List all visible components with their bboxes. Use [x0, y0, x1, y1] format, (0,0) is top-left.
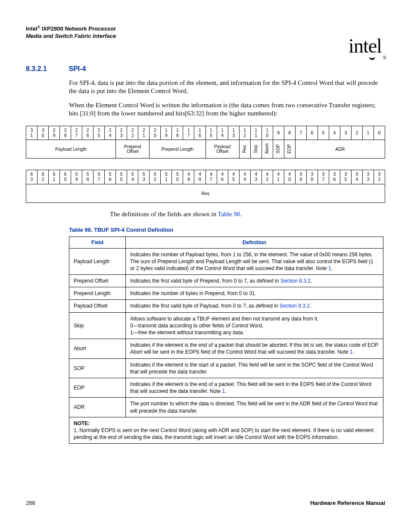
bit-number: 10 [262, 126, 273, 140]
bit-number: 59 [71, 170, 82, 184]
bit-number: 46 [217, 170, 228, 184]
field-name: Payload Offset [69, 300, 126, 312]
bitfield-res: Res [26, 184, 385, 202]
bit-number: 49 [183, 170, 194, 184]
bit-number: 32 [374, 170, 385, 184]
bit-number: 1 [362, 126, 374, 140]
table-row: ADRThe port number to which the data is … [69, 398, 383, 417]
bit-number: 3 [340, 126, 351, 140]
bit-number: 55 [116, 170, 127, 184]
bitfield-skip: Skip [250, 140, 262, 159]
bit-number: 15 [206, 126, 217, 140]
table-row: Prepend OffsetIndicates the first valid … [69, 275, 383, 287]
bit-number: 43 [250, 170, 262, 184]
bit-number: 25 [93, 126, 105, 140]
bit-number: 20 [149, 126, 161, 140]
bit-number: 62 [37, 170, 49, 184]
bitfield-payload-offset: PayloadOffset [206, 140, 239, 159]
bit-number: 33 [362, 170, 374, 184]
bit-number: 53 [138, 170, 149, 184]
bit-number: 44 [239, 170, 250, 184]
bit-number: 57 [93, 170, 105, 184]
doc-title: Hardware Reference Manual [310, 500, 385, 506]
field-name: Payload Length [69, 248, 126, 275]
field-name: Prepend Offset [69, 275, 126, 287]
cross-ref-link[interactable]: Section 8.3.2 [280, 278, 311, 284]
table-row: SOPIndicates if the element is the start… [69, 358, 383, 378]
bit-number: 0 [374, 126, 385, 140]
bitfield-res: Res [239, 140, 250, 159]
table-reference: The definitions of the fields are shown … [110, 211, 385, 218]
header-product: Intel® IXP2800 Network Processor [26, 25, 385, 32]
cross-ref-link[interactable]: 1 [328, 265, 331, 271]
bitfield-abort: Abort [262, 140, 273, 159]
table-caption: Table 98. TBUF SPI-4 Control Definition [69, 227, 385, 233]
bit-number: 48 [194, 170, 206, 184]
field-definition: Indicates the first valid byte of Prepen… [126, 275, 383, 287]
bit-number: 22 [127, 126, 138, 140]
header-subtitle: Media and Switch Fabric Interface [26, 33, 385, 39]
bit-number: 51 [161, 170, 172, 184]
bit-number: 21 [138, 126, 149, 140]
table-row: Payload LengthIndicates the number of Pa… [69, 248, 383, 275]
bit-number: 18 [172, 126, 183, 140]
bit-number: 30 [37, 126, 49, 140]
field-name: SOP [69, 358, 126, 378]
field-definition: Indicates the first valid byte of Payloa… [126, 300, 383, 312]
definition-table: Field Definition Payload LengthIndicates… [69, 236, 383, 444]
bit-number: 19 [161, 126, 172, 140]
section-number: 8.3.2.1 [26, 65, 67, 73]
bit-number: 7 [295, 126, 306, 140]
cross-ref-link[interactable]: Section 8.3.2 [280, 303, 310, 309]
bitfield-table-2: 6362616059585756555453525150494847464544… [26, 170, 385, 202]
bit-number: 45 [228, 170, 239, 184]
bitfield-adr: ADR [295, 140, 385, 159]
bit-number: 52 [149, 170, 161, 184]
bit-number: 8 [284, 126, 295, 140]
bitfield-table-1: 3130292827262524232221201918171615141312… [26, 126, 385, 159]
bitfield-sop: SOP [273, 140, 284, 159]
field-definition: The port number to which the data is dir… [126, 398, 383, 417]
bit-number: 41 [273, 170, 284, 184]
bit-number: 34 [351, 170, 362, 184]
col-header-field: Field [69, 236, 126, 248]
cross-ref-link[interactable]: 1 [350, 349, 353, 355]
bit-number: 24 [105, 126, 116, 140]
table-row: EOPIndicates if the element is the end o… [69, 378, 383, 397]
table-98-link[interactable]: Table 98 [218, 211, 240, 218]
bit-number: 35 [340, 170, 351, 184]
intel-logo: intel® [349, 34, 385, 59]
bit-number: 50 [172, 170, 183, 184]
bit-number: 60 [60, 170, 71, 184]
table-row: AbortIndicates if the element is the end… [69, 339, 383, 358]
bit-number: 37 [318, 170, 329, 184]
bit-number: 36 [329, 170, 340, 184]
bit-number: 63 [26, 170, 37, 184]
bitfield-payload-length: Payload Length [26, 140, 116, 159]
bit-number: 9 [273, 126, 284, 140]
field-name: Abort [69, 339, 126, 358]
bit-number: 56 [105, 170, 116, 184]
bit-number: 2 [351, 126, 362, 140]
field-definition: Allows software to allocate a TBUF eleme… [126, 312, 383, 339]
paragraph-2: When the Element Control Word is written… [69, 101, 385, 118]
field-name: Skip [69, 312, 126, 339]
page-footer: 266 Hardware Reference Manual [26, 500, 385, 506]
field-name: Prepend Length [69, 287, 126, 300]
bit-number: 16 [194, 126, 206, 140]
bitfield-prepend-offset: PrependOffset [116, 140, 149, 159]
table-row: Prepend LengthIndicates the number of by… [69, 287, 383, 300]
running-header: Intel® IXP2800 Network Processor Media a… [26, 25, 385, 39]
bit-number: 29 [49, 126, 60, 140]
paragraph-1: For SPI-4, data is put into the data por… [69, 79, 385, 95]
section-title: SPI-4 [68, 65, 86, 72]
bit-number: 28 [60, 126, 71, 140]
section-heading: 8.3.2.1 SPI-4 [26, 65, 385, 73]
bit-number: 54 [127, 170, 138, 184]
bit-number: 23 [116, 126, 127, 140]
col-header-definition: Definition [126, 236, 383, 248]
bit-number: 14 [217, 126, 228, 140]
cross-ref-link[interactable]: 1 [222, 388, 225, 394]
table-note: NOTE:1. Normally EOPS is sent on the nex… [69, 417, 383, 444]
bit-number: 47 [206, 170, 217, 184]
